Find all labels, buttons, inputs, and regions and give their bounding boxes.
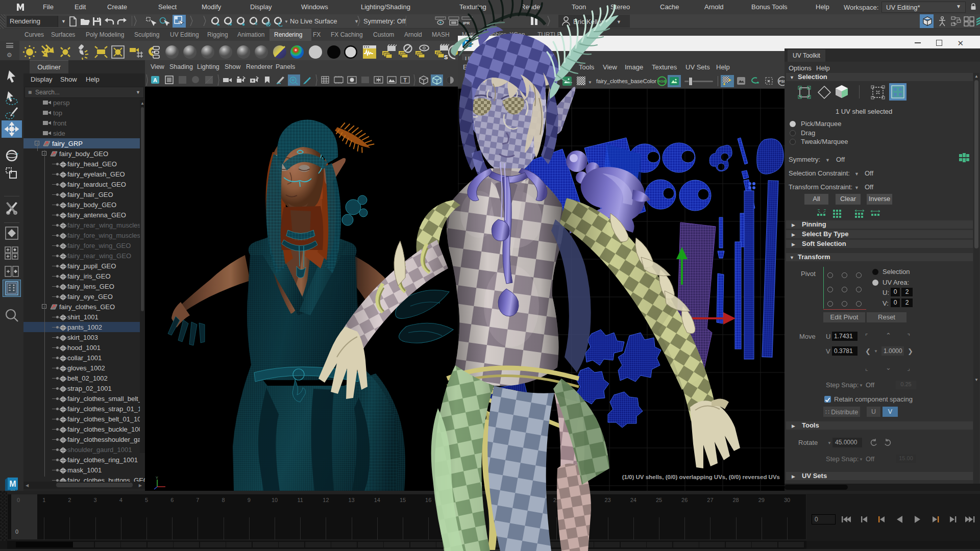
svg-text:S: S	[444, 54, 448, 60]
svg-text:M: M	[464, 40, 469, 46]
svg-text:M: M	[9, 480, 16, 488]
svg-text:RGB: RGB	[658, 79, 667, 84]
svg-text:(1/0) UV shells, (0/0) overlap: (1/0) UV shells, (0/0) overlapping UVs, …	[622, 474, 780, 480]
svg-text:A: A	[153, 77, 157, 83]
svg-text:T: T	[403, 78, 406, 83]
